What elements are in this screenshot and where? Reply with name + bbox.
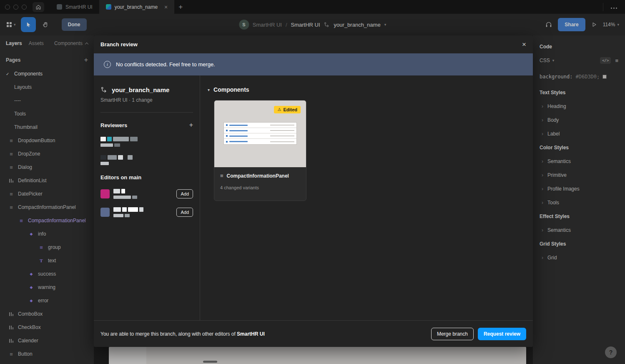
modal-title: Branch review	[100, 41, 138, 48]
warning-triangle-icon: ⚠	[277, 108, 281, 112]
modal-footer: You are able to merge this branch, along…	[94, 320, 533, 347]
editor-avatar	[100, 189, 110, 198]
changes-panel: ▾ Components ⚠ Edited	[200, 75, 533, 320]
close-modal-icon[interactable]: ×	[522, 41, 526, 48]
changed-component-card[interactable]: ⚠ Edited ≡ CompactInform	[214, 100, 306, 201]
add-reviewer-button[interactable]: +	[189, 122, 193, 128]
redacted-editor-name	[113, 207, 143, 217]
reviewer-item	[100, 155, 193, 165]
info-icon: i	[104, 61, 111, 68]
component-name: CompactInformationPanel	[227, 173, 289, 179]
edited-badge: ⚠ Edited	[274, 106, 301, 113]
caret-down-icon: ▾	[208, 88, 210, 92]
banner-text: No conflicts detected. Feel free to merg…	[116, 61, 215, 68]
branch-review-modal: Branch review × i No conflicts detected.…	[94, 35, 533, 347]
rows-icon: ≡	[220, 173, 223, 179]
component-thumbnail: ⚠ Edited	[214, 100, 306, 167]
no-conflicts-banner: i No conflicts detected. Feel free to me…	[94, 53, 533, 75]
figma-app: SmartHR UI your_branch_name × + ▾ Done	[0, 0, 625, 364]
redacted-reviewer-name	[100, 155, 133, 165]
thumbnail-table-preview	[223, 122, 297, 145]
branch-name: your_branch_name	[112, 86, 169, 93]
editor-item: Add	[100, 189, 193, 199]
branch-icon	[100, 86, 108, 93]
reviewer-item	[100, 137, 193, 147]
redacted-reviewer-name	[100, 137, 138, 147]
merge-permission-message: You are able to merge this branch, along…	[100, 331, 265, 337]
editor-item: Add	[100, 207, 193, 217]
reviewers-header: Reviewers	[100, 122, 127, 128]
editor-avatar	[100, 208, 110, 217]
request-review-button[interactable]: Request review	[478, 328, 526, 340]
merge-branch-button[interactable]: Merge branch	[431, 328, 474, 340]
add-editor-button[interactable]: Add	[176, 189, 193, 198]
divider	[100, 112, 193, 113]
editors-header: Editors on main	[100, 174, 141, 181]
branch-summary-panel: your_branch_name SmartHR UI · 1 change R…	[94, 75, 200, 320]
redacted-editor-name	[113, 189, 137, 199]
components-section-header[interactable]: ▾ Components	[208, 86, 533, 93]
changed-variants-count: 4 changed variants	[220, 185, 300, 190]
branch-meta: SmartHR UI · 1 change	[100, 97, 193, 103]
add-editor-button[interactable]: Add	[176, 208, 193, 217]
